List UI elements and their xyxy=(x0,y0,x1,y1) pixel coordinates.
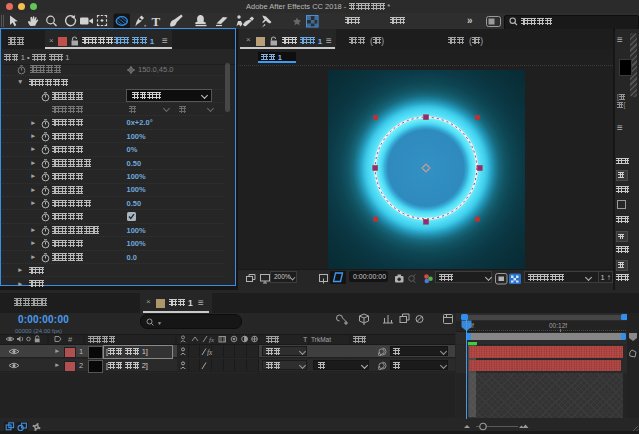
svg-text:T: T xyxy=(152,14,161,29)
svg-text:fx: fx xyxy=(209,336,215,344)
svg-text:fx: fx xyxy=(207,348,213,356)
svg-text:#: # xyxy=(68,335,73,344)
